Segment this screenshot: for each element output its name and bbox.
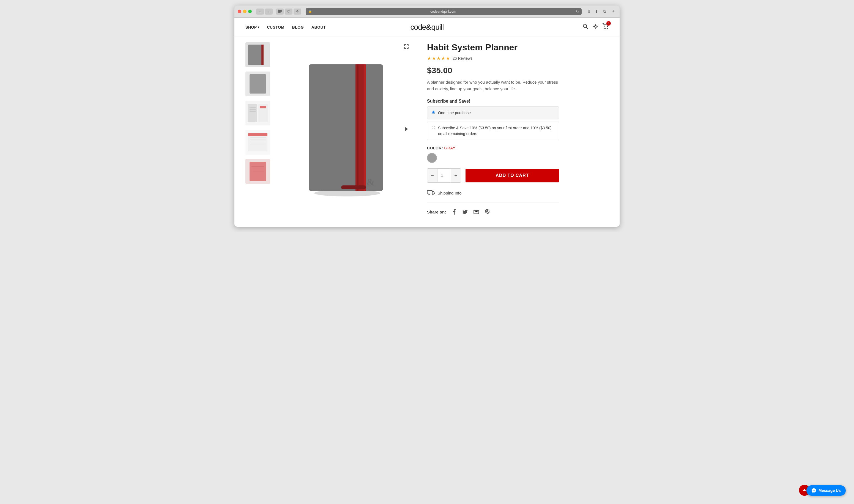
extension-button[interactable]: ⚙ <box>294 8 301 15</box>
nav-about[interactable]: ABOUT <box>311 25 326 30</box>
website: SHOP ▾ CUSTOM BLOG ABOUT code&quill <box>234 18 620 227</box>
add-to-cart-row: − + ADD TO CART <box>427 168 559 183</box>
main-product-image-area: & <box>284 42 411 216</box>
svg-rect-27 <box>248 133 268 136</box>
product-details: Habit System Planner ★★★★★ 26 Reviews $3… <box>421 42 559 216</box>
svg-rect-43 <box>427 191 432 194</box>
svg-point-5 <box>595 25 596 27</box>
site-header: SHOP ▾ CUSTOM BLOG ABOUT code&quill <box>234 18 620 37</box>
svg-point-44 <box>429 194 430 195</box>
main-content: & Habit System Planner ★★★★★ 26 Reviews <box>234 37 620 227</box>
share-icons <box>450 208 491 216</box>
nav-blog[interactable]: BLOG <box>292 25 304 30</box>
svg-rect-0 <box>278 10 282 11</box>
svg-rect-15 <box>248 104 257 122</box>
facebook-share-button[interactable] <box>450 208 458 216</box>
product-image: & <box>301 61 394 196</box>
address-bar[interactable]: 🔒 codeandquill.com ↻ <box>306 8 582 15</box>
nav-shop[interactable]: SHOP ▾ <box>246 25 259 30</box>
site-logo[interactable]: code&quill <box>411 23 444 32</box>
option-subscribe-label: Subscribe & Save 10% ($3.50) on your fir… <box>438 125 555 137</box>
svg-rect-9 <box>248 44 263 65</box>
cart-button[interactable]: 0 <box>602 23 608 31</box>
pinterest-share-button[interactable] <box>484 208 491 216</box>
product-title: Habit System Planner <box>427 42 559 53</box>
svg-rect-20 <box>260 106 266 108</box>
forward-button[interactable]: › <box>265 8 273 15</box>
ratings-row: ★★★★★ 26 Reviews <box>427 55 559 61</box>
share-label: Share on: <box>427 210 446 214</box>
shipping-row: Shipping Info <box>427 189 559 202</box>
svg-point-7 <box>607 28 608 29</box>
svg-marker-33 <box>405 127 408 131</box>
svg-point-6 <box>605 28 605 29</box>
shipping-icon <box>427 189 435 197</box>
option-one-time[interactable]: One-time purchase <box>427 106 559 120</box>
reader-button[interactable] <box>276 8 284 15</box>
lock-icon: 🔒 <box>308 10 312 13</box>
color-section: COLOR: Gray <box>427 146 559 163</box>
svg-rect-39 <box>364 65 366 191</box>
product-thumbnails <box>246 42 273 216</box>
svg-text:&: & <box>366 177 375 187</box>
quantity-input[interactable] <box>437 169 451 182</box>
close-button[interactable] <box>238 10 241 13</box>
email-share-button[interactable] <box>472 208 480 216</box>
thumbnail-1[interactable] <box>246 42 270 67</box>
option-subscribe[interactable]: Subscribe & Save 10% ($3.50) on your fir… <box>427 122 559 140</box>
svg-rect-2 <box>278 12 280 13</box>
nav-buttons: ‹ › <box>256 8 273 15</box>
subscribe-title: Subscribe and Save! <box>427 99 559 104</box>
fullscreen-button[interactable] <box>248 10 252 13</box>
svg-point-45 <box>433 194 434 195</box>
traffic-lights <box>238 10 252 13</box>
radio-one-time[interactable] <box>432 111 435 114</box>
add-tab-button[interactable]: + <box>610 8 616 15</box>
radio-subscribe[interactable] <box>432 126 435 129</box>
search-button[interactable] <box>583 24 588 31</box>
subscribe-section: Subscribe and Save! One-time purchase Su… <box>427 99 559 140</box>
svg-rect-36 <box>309 65 383 191</box>
settings-button[interactable] <box>593 24 598 31</box>
quantity-increase-button[interactable]: + <box>451 169 461 182</box>
window-controls[interactable]: ⧉ <box>601 8 607 15</box>
expand-button[interactable] <box>402 42 411 51</box>
svg-rect-13 <box>250 74 266 93</box>
shield-button[interactable]: 🛡 <box>285 8 292 15</box>
download-button[interactable]: ⬇ <box>586 8 592 15</box>
svg-line-4 <box>586 27 588 29</box>
nav-custom[interactable]: CUSTOM <box>267 25 284 30</box>
svg-rect-11 <box>262 44 263 65</box>
option-one-time-label: One-time purchase <box>438 110 471 116</box>
svg-rect-38 <box>357 65 359 191</box>
add-to-cart-button[interactable]: ADD TO CART <box>466 169 559 182</box>
color-swatch-gray[interactable] <box>427 153 437 163</box>
twitter-share-button[interactable] <box>461 208 469 216</box>
quantity-decrease-button[interactable]: − <box>427 169 437 182</box>
product-price: $35.00 <box>427 66 559 75</box>
svg-rect-1 <box>278 11 282 12</box>
main-nav: SHOP ▾ CUSTOM BLOG ABOUT <box>246 25 326 30</box>
minimize-button[interactable] <box>243 10 247 13</box>
browser-titlebar: ‹ › 🛡 ⚙ 🔒 codeandquill.com ↻ ⬇ ⬆ ⧉ + <box>234 5 620 18</box>
selected-color: Gray <box>444 146 456 150</box>
back-button[interactable]: ‹ <box>256 8 264 15</box>
thumbnail-5[interactable] <box>246 159 270 184</box>
svg-point-3 <box>583 24 586 28</box>
play-button[interactable] <box>402 125 411 133</box>
url-text: codeandquill.com <box>313 10 573 14</box>
thumbnail-3[interactable] <box>246 101 270 125</box>
svg-rect-29 <box>250 162 266 181</box>
color-label: COLOR: Gray <box>427 146 559 150</box>
share-button[interactable]: ⬆ <box>594 8 600 15</box>
reviews-count[interactable]: 26 Reviews <box>453 56 472 60</box>
product-description: A planner designed for who you actually … <box>427 79 559 92</box>
thumbnail-4[interactable] <box>246 130 270 155</box>
chevron-down-icon: ▾ <box>258 25 259 29</box>
thumbnail-2[interactable] <box>246 72 270 96</box>
shipping-info-link[interactable]: Shipping Info <box>437 191 462 195</box>
reload-button[interactable]: ↻ <box>576 10 579 14</box>
share-row: Share on: <box>427 208 559 216</box>
logo-ampersand: & <box>426 23 431 31</box>
header-actions: 0 <box>583 23 608 31</box>
